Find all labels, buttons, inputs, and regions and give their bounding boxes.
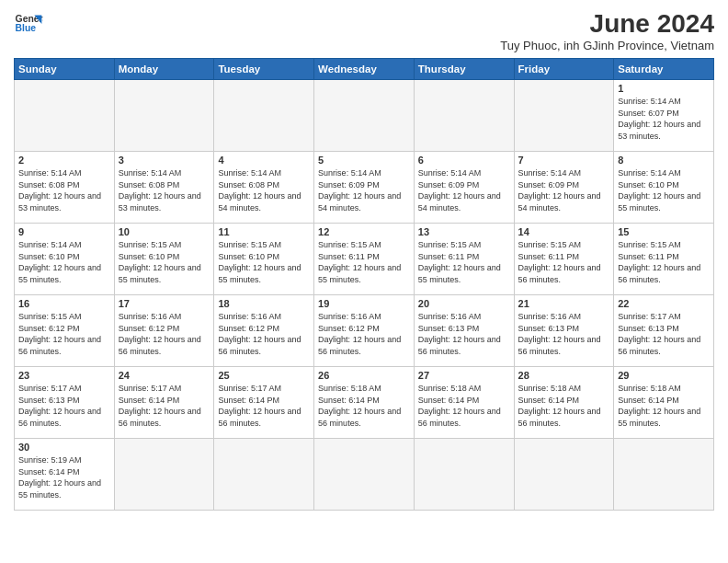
day-number: 15 [618,226,710,237]
calendar-cell: 27Sunrise: 5:18 AM Sunset: 6:14 PM Dayli… [414,367,514,439]
day-number: 26 [318,370,410,381]
day-info: Sunrise: 5:18 AM Sunset: 6:14 PM Dayligh… [618,383,710,429]
day-info: Sunrise: 5:15 AM Sunset: 6:11 PM Dayligh… [418,239,510,285]
calendar-cell: 10Sunrise: 5:15 AM Sunset: 6:10 PM Dayli… [114,224,214,295]
day-number: 23 [18,370,110,381]
calendar-cell [214,80,314,152]
day-info: Sunrise: 5:16 AM Sunset: 6:12 PM Dayligh… [119,311,210,357]
calendar-cell: 24Sunrise: 5:17 AM Sunset: 6:14 PM Dayli… [114,367,214,439]
day-number: 10 [119,226,210,237]
calendar-cell [15,80,115,152]
day-header-tuesday: Tuesday [214,59,314,80]
day-number: 19 [318,298,410,309]
calendar-cell: 16Sunrise: 5:15 AM Sunset: 6:12 PM Dayli… [15,295,115,367]
calendar-week-2: 2Sunrise: 5:14 AM Sunset: 6:08 PM Daylig… [15,152,714,224]
day-info: Sunrise: 5:16 AM Sunset: 6:12 PM Dayligh… [218,311,310,357]
day-number: 25 [218,370,310,381]
day-header-sunday: Sunday [15,59,115,80]
day-info: Sunrise: 5:14 AM Sunset: 6:08 PM Dayligh… [119,167,210,213]
calendar-cell [314,439,415,511]
day-number: 14 [518,226,610,237]
header: General Blue June 2024 Tuy Phuoc, inh GJ… [14,9,714,52]
day-info: Sunrise: 5:16 AM Sunset: 6:13 PM Dayligh… [518,311,610,357]
calendar-week-3: 9Sunrise: 5:14 AM Sunset: 6:10 PM Daylig… [15,224,714,295]
day-number: 16 [18,298,110,309]
day-number: 1 [618,83,710,94]
day-info: Sunrise: 5:17 AM Sunset: 6:14 PM Dayligh… [218,383,310,429]
calendar-cell: 30Sunrise: 5:19 AM Sunset: 6:14 PM Dayli… [15,439,115,511]
calendar-cell [414,439,514,511]
calendar-cell: 29Sunrise: 5:18 AM Sunset: 6:14 PM Dayli… [614,367,714,439]
calendar-cell: 11Sunrise: 5:15 AM Sunset: 6:10 PM Dayli… [214,224,314,295]
calendar-cell: 9Sunrise: 5:14 AM Sunset: 6:10 PM Daylig… [15,224,115,295]
month-year-title: June 2024 [500,9,714,39]
calendar-cell: 6Sunrise: 5:14 AM Sunset: 6:09 PM Daylig… [414,152,514,224]
day-header-thursday: Thursday [414,59,514,80]
day-info: Sunrise: 5:15 AM Sunset: 6:11 PM Dayligh… [318,239,410,285]
day-number: 5 [318,155,410,166]
day-number: 20 [418,298,510,309]
day-number: 6 [418,155,510,166]
calendar-cell: 14Sunrise: 5:15 AM Sunset: 6:11 PM Dayli… [514,224,614,295]
day-number: 9 [18,226,110,237]
day-number: 13 [418,226,510,237]
calendar-cell: 5Sunrise: 5:14 AM Sunset: 6:09 PM Daylig… [314,152,415,224]
calendar-cell [314,80,415,152]
day-number: 2 [18,155,110,166]
calendar-cell: 21Sunrise: 5:16 AM Sunset: 6:13 PM Dayli… [514,295,614,367]
calendar-table: SundayMondayTuesdayWednesdayThursdayFrid… [14,58,714,511]
day-header-friday: Friday [514,59,614,80]
day-number: 12 [318,226,410,237]
day-info: Sunrise: 5:14 AM Sunset: 6:10 PM Dayligh… [618,167,710,213]
calendar-cell [614,439,714,511]
calendar-cell [414,80,514,152]
calendar-cell: 28Sunrise: 5:18 AM Sunset: 6:14 PM Dayli… [514,367,614,439]
day-info: Sunrise: 5:14 AM Sunset: 6:08 PM Dayligh… [218,167,310,213]
day-info: Sunrise: 5:15 AM Sunset: 6:10 PM Dayligh… [218,239,310,285]
day-number: 22 [618,298,710,309]
day-info: Sunrise: 5:19 AM Sunset: 6:14 PM Dayligh… [18,454,110,500]
calendar-cell: 2Sunrise: 5:14 AM Sunset: 6:08 PM Daylig… [15,152,115,224]
calendar-cell [114,439,214,511]
svg-text:Blue: Blue [16,23,37,33]
calendar-cell: 18Sunrise: 5:16 AM Sunset: 6:12 PM Dayli… [214,295,314,367]
day-info: Sunrise: 5:18 AM Sunset: 6:14 PM Dayligh… [518,383,610,429]
calendar-cell: 19Sunrise: 5:16 AM Sunset: 6:12 PM Dayli… [314,295,415,367]
calendar-cell: 12Sunrise: 5:15 AM Sunset: 6:11 PM Dayli… [314,224,415,295]
calendar-cell [214,439,314,511]
calendar-cell: 22Sunrise: 5:17 AM Sunset: 6:13 PM Dayli… [614,295,714,367]
day-number: 24 [119,370,210,381]
day-info: Sunrise: 5:17 AM Sunset: 6:14 PM Dayligh… [119,383,210,429]
day-info: Sunrise: 5:14 AM Sunset: 6:07 PM Dayligh… [618,96,710,142]
day-info: Sunrise: 5:14 AM Sunset: 6:08 PM Dayligh… [18,167,110,213]
day-info: Sunrise: 5:15 AM Sunset: 6:12 PM Dayligh… [18,311,110,357]
calendar-week-4: 16Sunrise: 5:15 AM Sunset: 6:12 PM Dayli… [15,295,714,367]
calendar-cell: 13Sunrise: 5:15 AM Sunset: 6:11 PM Dayli… [414,224,514,295]
day-info: Sunrise: 5:18 AM Sunset: 6:14 PM Dayligh… [418,383,510,429]
day-number: 29 [618,370,710,381]
day-info: Sunrise: 5:14 AM Sunset: 6:10 PM Dayligh… [18,239,110,285]
calendar-cell: 8Sunrise: 5:14 AM Sunset: 6:10 PM Daylig… [614,152,714,224]
day-info: Sunrise: 5:18 AM Sunset: 6:14 PM Dayligh… [318,383,410,429]
day-number: 21 [518,298,610,309]
day-number: 3 [119,155,210,166]
calendar-cell: 7Sunrise: 5:14 AM Sunset: 6:09 PM Daylig… [514,152,614,224]
day-header-saturday: Saturday [614,59,714,80]
logo: General Blue [14,9,43,39]
calendar-cell: 4Sunrise: 5:14 AM Sunset: 6:08 PM Daylig… [214,152,314,224]
calendar-cell: 23Sunrise: 5:17 AM Sunset: 6:13 PM Dayli… [15,367,115,439]
calendar-cell [114,80,214,152]
calendar-week-1: 1Sunrise: 5:14 AM Sunset: 6:07 PM Daylig… [15,80,714,152]
day-number: 30 [18,442,110,453]
calendar-week-5: 23Sunrise: 5:17 AM Sunset: 6:13 PM Dayli… [15,367,714,439]
day-number: 18 [218,298,310,309]
calendar-cell: 25Sunrise: 5:17 AM Sunset: 6:14 PM Dayli… [214,367,314,439]
day-info: Sunrise: 5:17 AM Sunset: 6:13 PM Dayligh… [18,383,110,429]
day-info: Sunrise: 5:16 AM Sunset: 6:12 PM Dayligh… [318,311,410,357]
day-info: Sunrise: 5:15 AM Sunset: 6:11 PM Dayligh… [518,239,610,285]
day-header-monday: Monday [114,59,214,80]
day-info: Sunrise: 5:14 AM Sunset: 6:09 PM Dayligh… [418,167,510,213]
calendar-cell: 1Sunrise: 5:14 AM Sunset: 6:07 PM Daylig… [614,80,714,152]
calendar-cell: 15Sunrise: 5:15 AM Sunset: 6:11 PM Dayli… [614,224,714,295]
day-number: 4 [218,155,310,166]
